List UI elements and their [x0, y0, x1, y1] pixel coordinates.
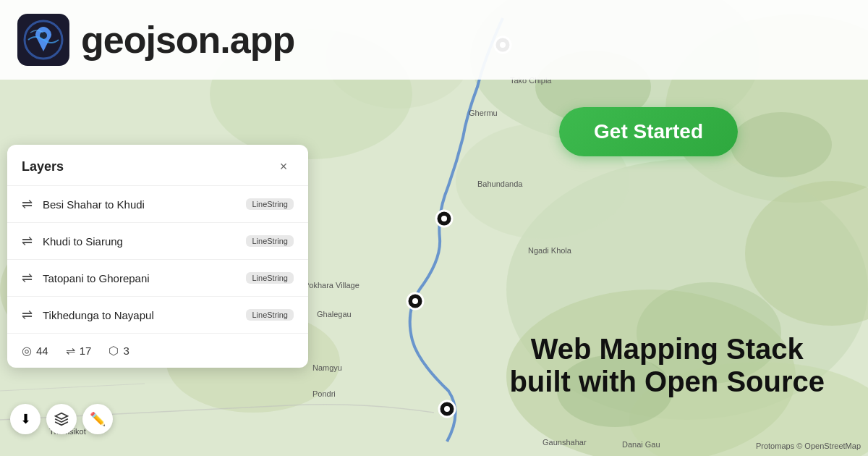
linestring-icon: ⇌: [66, 344, 75, 358]
layer-name: Besi Shahar to Khudi: [43, 198, 236, 211]
layer-item[interactable]: ⇌ Tatopani to Ghorepani LineString: [7, 260, 308, 297]
svg-text:Pondri: Pondri: [312, 389, 336, 398]
tagline-line1: Web Mapping Stack: [509, 333, 825, 366]
app-title: geojson.app: [81, 18, 294, 62]
app-logo: [17, 14, 69, 66]
tagline-line2: built with Open Source: [509, 366, 825, 398]
linestring-count: 17: [80, 345, 92, 357]
layer-item[interactable]: ⇌ Tikhedunga to Nayapul LineString: [7, 297, 308, 334]
layer-route-icon: ⇌: [22, 307, 33, 323]
layers-button[interactable]: [46, 404, 77, 434]
layer-route-icon: ⇌: [22, 196, 33, 212]
bottom-toolbar: ⬇ ✏️: [10, 404, 113, 434]
layers-panel-title: Layers: [22, 159, 64, 174]
polygon-icon: ⬡: [109, 344, 119, 358]
layer-name: Khudi to Siarung: [43, 235, 236, 248]
polygon-count-stat: ⬡ 3: [109, 344, 129, 358]
svg-point-14: [731, 112, 832, 177]
layer-type-badge: LineString: [246, 272, 294, 284]
edit-button[interactable]: ✏️: [82, 404, 113, 434]
layer-type-badge: LineString: [246, 309, 294, 321]
layer-route-icon: ⇌: [22, 270, 33, 286]
layer-item[interactable]: ⇌ Besi Shahar to Khudi LineString: [7, 186, 308, 223]
layers-panel-header: Layers ×: [7, 145, 308, 186]
point-count-stat: ◎ 44: [22, 344, 48, 358]
download-button[interactable]: ⬇: [10, 404, 41, 434]
layer-name: Tatopani to Ghorepani: [43, 272, 236, 284]
app-header: geojson.app: [0, 0, 868, 80]
svg-point-35: [444, 406, 450, 412]
layer-item[interactable]: ⇌ Khudi to Siarung LineString: [7, 223, 308, 260]
layer-name: Tikhedunga to Nayapul: [43, 309, 236, 321]
svg-text:Ngadi Khola: Ngadi Khola: [528, 246, 572, 255]
tagline-block: Web Mapping Stack built with Open Source: [509, 333, 825, 398]
polygon-count: 3: [123, 345, 129, 357]
svg-point-31: [441, 216, 447, 221]
point-count: 44: [36, 345, 48, 357]
svg-text:Namgyu: Namgyu: [312, 363, 342, 372]
svg-text:Ghalegau: Ghalegau: [317, 310, 352, 318]
layer-type-badge: LineString: [246, 198, 294, 210]
svg-marker-39: [56, 413, 68, 419]
svg-point-33: [412, 298, 418, 304]
layer-route-icon: ⇌: [22, 233, 33, 249]
layers-panel: Layers × ⇌ Besi Shahar to Khudi LineStri…: [7, 145, 308, 368]
get-started-button[interactable]: Get Started: [559, 107, 738, 156]
map-attribution: Protomaps © OpenStreetMap: [756, 442, 861, 450]
layers-close-button[interactable]: ×: [273, 156, 294, 177]
linestring-count-stat: ⇌ 17: [66, 344, 92, 358]
svg-text:Pokhara Village: Pokhara Village: [304, 281, 359, 290]
point-icon: ◎: [22, 344, 32, 358]
svg-text:Gaunshahar: Gaunshahar: [542, 438, 587, 447]
svg-text:Bahundanda: Bahundanda: [477, 180, 523, 188]
layer-type-badge: LineString: [246, 235, 294, 247]
layers-footer: ◎ 44 ⇌ 17 ⬡ 3: [7, 334, 308, 368]
svg-text:Ghermu: Ghermu: [469, 109, 498, 117]
svg-text:Danai Gau: Danai Gau: [622, 440, 660, 449]
